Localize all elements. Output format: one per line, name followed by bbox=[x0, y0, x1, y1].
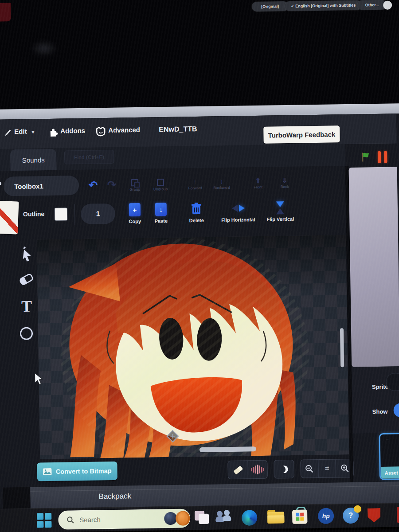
moon-icon bbox=[280, 466, 288, 473]
caption-badge-original[interactable]: [Original] bbox=[252, 1, 288, 12]
select-tool[interactable] bbox=[19, 246, 35, 265]
waveform-button[interactable] bbox=[247, 461, 267, 479]
flip-vertical-button[interactable]: Flip Vertical bbox=[262, 201, 299, 222]
microsoft-store-button[interactable] bbox=[292, 508, 309, 525]
front-button[interactable]: ⇑ Front bbox=[246, 173, 270, 195]
eraser-tool[interactable] bbox=[17, 271, 35, 287]
bitmap-brush-button[interactable] bbox=[228, 461, 247, 479]
bing-daily-ball bbox=[164, 512, 177, 525]
username-label: ENwD_TTB bbox=[159, 125, 197, 133]
brush-icon bbox=[3, 128, 12, 137]
outline-label: Outline bbox=[23, 210, 44, 218]
stroke-width-input[interactable]: 1 bbox=[81, 203, 116, 224]
costume-name-input[interactable]: Toolbox1 bbox=[4, 176, 79, 196]
paste-icon: ↓ bbox=[155, 203, 167, 216]
paint-canvas[interactable] bbox=[37, 235, 349, 459]
eraser-icon bbox=[17, 271, 35, 287]
file-explorer-button[interactable] bbox=[267, 510, 284, 524]
bitmap-image-icon bbox=[43, 468, 52, 475]
shield-icon bbox=[368, 508, 380, 522]
vertical-scrollbar bbox=[340, 328, 344, 367]
undo-button[interactable] bbox=[86, 178, 100, 192]
tile-dots: ⋯ bbox=[386, 437, 391, 442]
hp-icon: hp bbox=[318, 508, 334, 524]
stage-preview bbox=[349, 167, 399, 367]
zoom-reset-button[interactable]: = bbox=[318, 459, 336, 477]
horizontal-scrollbar bbox=[200, 446, 256, 452]
convert-to-bitmap-label: Convert to Bitmap bbox=[56, 467, 112, 475]
dark-mode-group bbox=[274, 460, 294, 479]
menu-edit[interactable]: Edit bbox=[14, 127, 34, 135]
caption-badge-other[interactable]: Other... bbox=[357, 0, 387, 10]
redo-button[interactable] bbox=[105, 178, 119, 192]
redo-icon bbox=[107, 179, 117, 191]
text-tool[interactable]: T bbox=[19, 297, 35, 316]
mask-icon bbox=[95, 127, 106, 137]
flip-vertical-icon bbox=[276, 201, 284, 214]
search-input[interactable] bbox=[78, 515, 147, 524]
zoom-control-group: = bbox=[300, 459, 354, 478]
undo-icon bbox=[89, 179, 98, 191]
teams-icon bbox=[217, 511, 223, 516]
search-icon bbox=[66, 516, 74, 524]
pause-icon-bar[interactable] bbox=[378, 151, 381, 163]
help-button[interactable]: ? bbox=[343, 508, 359, 524]
flip-horizontal-icon bbox=[231, 201, 244, 215]
dark-mode-button[interactable] bbox=[274, 460, 294, 478]
pause-icon-bar[interactable] bbox=[384, 151, 387, 163]
arrow-up-icon: ↑ bbox=[193, 179, 197, 185]
backpack-left-gap bbox=[3, 487, 31, 509]
convert-to-bitmap-button[interactable]: Convert to Bitmap bbox=[37, 462, 117, 481]
select-cursor-icon bbox=[20, 246, 34, 264]
group-button[interactable]: Group bbox=[123, 175, 147, 196]
mcafee-button[interactable] bbox=[368, 508, 380, 522]
sprite-asset-tile[interactable]: ⋯ Asset bbox=[379, 433, 399, 480]
backward-button[interactable]: ↓ Backward bbox=[210, 173, 234, 195]
cropped-taskbar-icon[interactable] bbox=[397, 507, 399, 523]
outline-color-swatch[interactable] bbox=[55, 207, 67, 220]
zoom-out-button[interactable] bbox=[301, 460, 318, 478]
green-flag-icon[interactable] bbox=[361, 152, 370, 162]
turbowarp-feedback-button[interactable]: TurboWarp Feedback bbox=[263, 125, 340, 144]
forward-button[interactable]: ↑ Forward bbox=[184, 174, 207, 196]
taskbar-search[interactable] bbox=[58, 509, 191, 529]
sprite-label: Sprite bbox=[372, 383, 388, 391]
tab-sounds[interactable]: Sounds bbox=[10, 149, 57, 171]
arrow-top-icon: ⇑ bbox=[255, 178, 261, 184]
asset-tile-name: Asset bbox=[381, 466, 399, 479]
zoom-out-icon bbox=[305, 464, 314, 473]
text-tool-icon: T bbox=[21, 297, 32, 316]
ungroup-icon bbox=[157, 179, 164, 186]
bing-pumpkin-image bbox=[176, 511, 190, 525]
screen-photo: [Original] ✓ English [Original] with Sub… bbox=[0, 0, 399, 532]
paste-button[interactable]: ↓ Paste bbox=[150, 203, 172, 224]
hp-button[interactable]: hp bbox=[318, 508, 334, 524]
edge-icon bbox=[242, 510, 258, 526]
costume-drawing bbox=[37, 235, 349, 459]
zoom-in-icon bbox=[340, 464, 349, 473]
start-button[interactable] bbox=[37, 513, 51, 528]
edge-button[interactable] bbox=[242, 510, 258, 526]
circle-tool[interactable] bbox=[18, 325, 35, 342]
mouse-cursor bbox=[33, 372, 43, 386]
equals-icon: = bbox=[325, 464, 329, 473]
ungroup-button[interactable]: Ungroup bbox=[149, 174, 172, 196]
caption-badge-english[interactable]: ✓ English [Original] with Subtitles bbox=[285, 0, 362, 11]
task-view-button[interactable] bbox=[195, 510, 210, 525]
copy-icon: + bbox=[129, 203, 141, 216]
teams-button[interactable] bbox=[216, 509, 233, 525]
backpack-label: Backpack bbox=[98, 492, 131, 501]
copy-button[interactable]: + Copy bbox=[124, 203, 146, 224]
find-shortcut-box[interactable]: Find (Ctrl+F) bbox=[64, 150, 114, 164]
trash-icon bbox=[191, 202, 202, 215]
flip-horizontal-button[interactable]: Flip Horizontal bbox=[216, 201, 261, 223]
back-button[interactable]: ⇓ Back bbox=[273, 172, 297, 194]
menu-advanced[interactable]: Advanced bbox=[108, 126, 140, 134]
fill-color-swatch[interactable] bbox=[0, 200, 19, 234]
menu-addons[interactable]: Addons bbox=[60, 127, 85, 135]
group-icon bbox=[131, 179, 138, 186]
player-settings-icon[interactable] bbox=[383, 0, 392, 9]
menu-advanced-label: Advanced bbox=[108, 126, 140, 134]
paint-mode-toggle-group bbox=[227, 460, 268, 479]
delete-button[interactable]: Delete bbox=[185, 202, 208, 223]
